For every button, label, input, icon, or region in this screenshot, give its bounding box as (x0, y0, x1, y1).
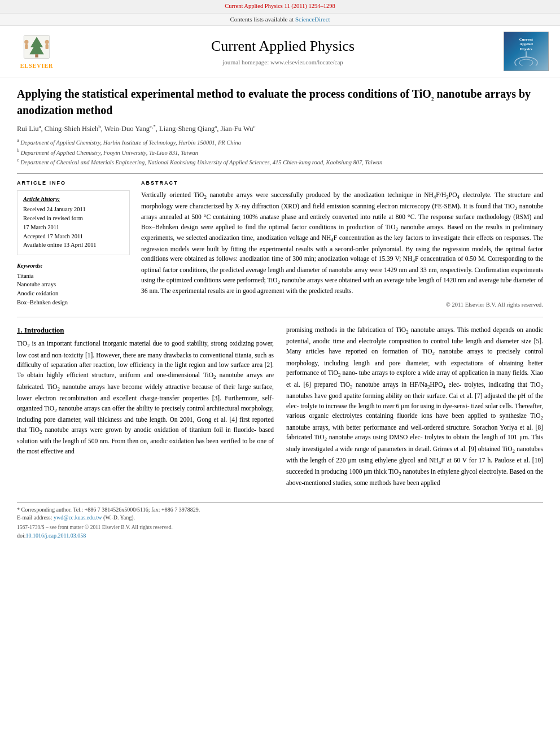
rights-text: 1567-1739/$ – see front matter © 2011 El… (17, 524, 543, 531)
email-line: E-mail address: ywd@cc.kuas.edu.tw (W.-D… (17, 514, 543, 522)
email-suffix: (W.-D. Yang). (103, 514, 135, 521)
footnote-area: * Corresponding author. Tel.: +886 7 381… (17, 502, 543, 522)
sciencedirect-label: Contents lists available at (230, 16, 294, 23)
revised-label: Received in revised form (23, 215, 124, 223)
article-title: Applying the statistical experimental me… (17, 86, 543, 117)
intro-heading: 1. Introduction (17, 325, 274, 335)
revised-date: 17 March 2011 (23, 224, 124, 232)
journal-homepage: journal homepage: www.elsevier.com/locat… (62, 58, 504, 67)
received-date: Received 24 January 2011 (23, 206, 124, 214)
thumb-decoration (512, 51, 540, 65)
email-label: E-mail address: (17, 514, 52, 521)
sciencedirect-bar: Contents lists available at ScienceDirec… (0, 14, 560, 26)
journal-title: Current Applied Physics (62, 36, 504, 56)
intro-right-text: promising methods in the fabrication of … (286, 325, 543, 488)
affiliation-a: a Department of Applied Chemistry, Harbi… (17, 137, 543, 147)
homepage-text: journal homepage: www.elsevier.com/locat… (222, 59, 343, 65)
doi-text: doi:10.1016/j.cap.2011.03.058 (17, 532, 543, 540)
corresponding-author-note: * Corresponding author. Tel.: +886 7 381… (17, 506, 543, 514)
journal-name-bar: ELSEVIER Current Applied Physics journal… (0, 26, 560, 77)
article-history-box: Article history: Received 24 January 201… (17, 190, 130, 255)
svg-rect-4 (25, 44, 28, 49)
copyright-line: © 2011 Elsevier B.V. All rights reserved… (141, 301, 543, 309)
elsevier-logo: ELSEVIER (11, 33, 62, 70)
keyword-box: Box–Behnken design (17, 299, 130, 307)
svg-point-8 (519, 59, 533, 65)
intro-left-text: TiO2 is an important functional inorgani… (17, 339, 274, 456)
elsevier-brand-text: ELSEVIER (20, 62, 54, 70)
online-date: Available online 13 April 2011 (23, 241, 124, 250)
abstract-text: Vertically oriented TiO2 nanotube arrays… (141, 190, 543, 296)
of-300-text: of 300 (285, 255, 302, 262)
star-note: * Corresponding author. Tel.: +886 7 381… (17, 506, 200, 513)
svg-point-3 (24, 40, 28, 44)
journal-ref-text: Current Applied Physics 11 (2011) 1294–1… (225, 3, 335, 9)
history-title: Article history: (23, 195, 124, 204)
sciencedirect-link[interactable]: ScienceDirect (295, 16, 330, 23)
journal-title-center: Current Applied Physics journal homepage… (62, 36, 504, 67)
keyword-nanotube: Nanotube arrays (17, 281, 130, 289)
svg-point-5 (45, 40, 49, 44)
doi-link[interactable]: 10.1016/j.cap.2011.03.058 (26, 532, 86, 539)
keywords-title: Keywords: (17, 262, 130, 270)
intro-section: 1. Introduction TiO2 is an important fun… (17, 325, 543, 493)
svg-rect-2 (35, 54, 38, 57)
journal-ref-bar: Current Applied Physics 11 (2011) 1294–1… (0, 0, 560, 14)
affiliation-c: c Department of Chemical and Materials E… (17, 157, 543, 167)
intro-right: promising methods in the fabrication of … (286, 325, 543, 493)
info-abstract-section: ARTICLE INFO Article history: Received 2… (17, 173, 543, 309)
svg-rect-6 (45, 44, 48, 49)
thumb-line-2: Applied (519, 42, 533, 46)
article-info-label: ARTICLE INFO (17, 180, 130, 187)
abstract-col: ABSTRACT Vertically oriented TiO2 nanotu… (141, 180, 543, 309)
accepted-date: Accepted 17 March 2011 (23, 233, 124, 241)
page: Current Applied Physics 11 (2011) 1294–1… (0, 0, 560, 747)
abstract-label: ABSTRACT (141, 180, 543, 187)
journal-thumb-title: Current Applied Physics (519, 37, 533, 51)
article-body: Applying the statistical experimental me… (0, 77, 560, 551)
elsevier-tree-icon (20, 33, 54, 61)
keyword-titania: Titania (17, 272, 130, 281)
intro-left: 1. Introduction TiO2 is an important fun… (17, 325, 274, 493)
svg-point-7 (515, 57, 537, 65)
keyword-anodic: Anodic oxidation (17, 290, 130, 298)
doi-area: 1567-1739/$ – see front matter © 2011 El… (17, 524, 543, 539)
tio2-sub-title: 2 (431, 96, 434, 102)
affiliations: a Department of Applied Chemistry, Harbi… (17, 137, 543, 167)
section-divider (17, 317, 543, 317)
and-word: and (468, 277, 478, 283)
thumb-line-3: Physics (519, 47, 533, 51)
keywords-box: Keywords: Titania Nanotube arrays Anodic… (17, 262, 130, 307)
thumb-line-1: Current (519, 37, 533, 42)
authors-line: Rui Liua, Ching-Shieh Hsiehb, Wein-Duo Y… (17, 123, 543, 134)
journal-thumbnail: Current Applied Physics (504, 32, 549, 71)
article-info-col: ARTICLE INFO Article history: Received 2… (17, 180, 130, 309)
email-link[interactable]: ywd@cc.kuas.edu.tw (54, 514, 102, 521)
affiliation-b: b Department of Applied Chemistry, Fooyi… (17, 147, 543, 157)
